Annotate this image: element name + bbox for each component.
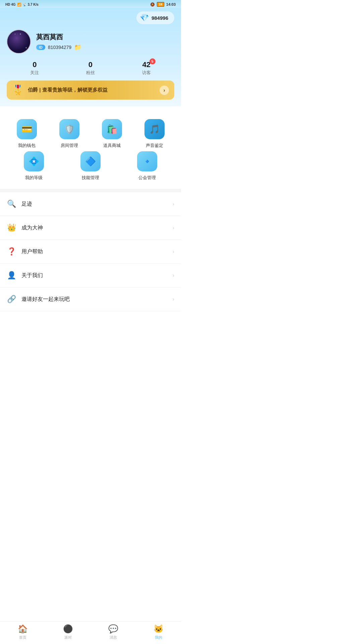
- service-guild[interactable]: 🔹 公会管理: [119, 151, 176, 181]
- fans-label: 粉丝: [86, 70, 95, 76]
- help-icon: ❓: [7, 247, 16, 256]
- guild-icon-box: 🔹: [137, 151, 157, 171]
- about-label: 关于我们: [21, 272, 167, 279]
- wifi-icon: 📡: [22, 3, 26, 6]
- menu-become-god[interactable]: 👑 成为大神 ›: [0, 216, 181, 240]
- about-arrow: ›: [173, 273, 174, 278]
- guild-icon: 🔹: [142, 156, 153, 167]
- noble-arrow-icon: ›: [160, 86, 169, 95]
- help-arrow: ›: [173, 249, 174, 254]
- footprint-arrow: ›: [173, 201, 174, 207]
- room-icon: 🛡️: [64, 124, 75, 135]
- wallet-icon: 💳: [21, 124, 32, 135]
- avatar[interactable]: [7, 30, 31, 54]
- header-area: 💎 984996 莫西莫西 ID 810394279 📁 0 关注: [0, 8, 181, 106]
- stat-following[interactable]: 0 关注: [30, 60, 39, 76]
- service-skill[interactable]: 🔷 技能管理: [62, 151, 119, 181]
- menu-help[interactable]: ❓ 用户帮助 ›: [0, 240, 181, 264]
- avatar-image: [7, 30, 30, 53]
- noble-banner[interactable]: 🎖️ 伯爵 | 查看贵族等级，解锁更多权益 ›: [7, 80, 174, 100]
- about-icon: 👤: [7, 271, 16, 280]
- invite-label: 邀请好友一起来玩吧: [21, 296, 167, 303]
- gem-amount: 984996: [152, 15, 168, 21]
- service-room[interactable]: 🛡️ 房间管理: [48, 119, 90, 149]
- shop-icon: 🛍️: [107, 124, 117, 135]
- voice-icon-box: 🎵: [144, 119, 165, 139]
- id-number: 810394279: [48, 45, 71, 50]
- become-god-icon: 👑: [7, 223, 16, 232]
- username: 莫西莫西: [36, 33, 174, 42]
- services-card: 💳 我的钱包 🛡️ 房间管理 🛍️ 道具商城 🎵 声音鉴定: [0, 111, 181, 189]
- footprint-icon: 🔍: [7, 200, 16, 208]
- profile-row: 莫西莫西 ID 810394279 📁: [7, 30, 174, 54]
- service-shop[interactable]: 🛍️ 道具商城: [90, 119, 133, 149]
- stat-fans[interactable]: 0 粉丝: [86, 60, 95, 76]
- menu-list: 🔍 足迹 › 👑 成为大神 › ❓ 用户帮助 › 👤 关于我们 › 🔗 邀请好友…: [0, 192, 181, 311]
- become-god-label: 成为大神: [21, 224, 167, 231]
- profile-info: 莫西莫西 ID 810394279 📁: [36, 33, 174, 51]
- skill-icon-box: 🔷: [80, 151, 101, 171]
- stat-visitors[interactable]: 42 5 访客: [142, 60, 151, 76]
- visitor-badge: 5: [149, 58, 156, 64]
- gem-balance-container: 💎 984996: [7, 11, 174, 24]
- level-icon: 💠: [28, 156, 39, 167]
- signal-icon: 📶: [17, 3, 21, 6]
- become-god-arrow: ›: [173, 225, 174, 230]
- noble-text: 伯爵 | 查看贵族等级，解锁更多权益: [28, 87, 156, 93]
- status-right: 🔕 18 14:03: [150, 2, 176, 7]
- following-label: 关注: [30, 70, 39, 76]
- visitors-label: 访客: [142, 70, 151, 76]
- invite-arrow: ›: [173, 297, 174, 302]
- battery-indicator: 18: [157, 2, 164, 7]
- menu-about[interactable]: 👤 关于我们 ›: [0, 264, 181, 287]
- guild-label: 公会管理: [138, 175, 156, 181]
- room-label: 房间管理: [61, 143, 78, 149]
- help-label: 用户帮助: [21, 248, 167, 255]
- speed-text: 3.7 K/s: [28, 3, 39, 6]
- menu-invite[interactable]: 🔗 邀请好友一起来玩吧 ›: [0, 287, 181, 311]
- fans-count: 0: [86, 60, 95, 69]
- noble-icon: 🎖️: [12, 85, 24, 96]
- wallet-icon-box: 💳: [17, 119, 37, 139]
- folder-icon[interactable]: 📁: [74, 44, 81, 51]
- id-row: ID 810394279 📁: [36, 44, 174, 51]
- service-grid-row1: 💳 我的钱包 🛡️ 房间管理 🛍️ 道具商城 🎵 声音鉴定: [5, 119, 176, 149]
- clock: 14:03: [166, 2, 176, 6]
- service-grid-row2: 💠 我的等级 🔷 技能管理 🔹 公会管理: [5, 151, 176, 181]
- wallet-label: 我的钱包: [18, 143, 36, 149]
- skill-icon: 🔷: [85, 156, 96, 167]
- gem-icon: 💎: [140, 13, 149, 22]
- stats-row: 0 关注 0 粉丝 42 5 访客: [7, 60, 174, 76]
- skill-label: 技能管理: [82, 175, 99, 181]
- status-bar: HD 4G 📶 📡 3.7 K/s 🔕 18 14:03: [0, 0, 181, 8]
- following-count: 0: [30, 60, 39, 69]
- shop-label: 道具商城: [103, 143, 121, 149]
- voice-label: 声音鉴定: [146, 143, 163, 149]
- level-icon-box: 💠: [24, 151, 44, 171]
- section-divider: [0, 189, 181, 192]
- id-badge: ID: [36, 45, 45, 50]
- network-icon: HD 4G: [5, 3, 16, 6]
- notification-icon: 🔕: [150, 2, 155, 7]
- invite-icon: 🔗: [7, 295, 16, 304]
- service-voice[interactable]: 🎵 声音鉴定: [133, 119, 176, 149]
- gem-pill[interactable]: 💎 984996: [136, 11, 174, 24]
- status-left: HD 4G 📶 📡 3.7 K/s: [5, 3, 39, 6]
- room-icon-box: 🛡️: [59, 119, 79, 139]
- service-level[interactable]: 💠 我的等级: [5, 151, 62, 181]
- shop-icon-box: 🛍️: [102, 119, 122, 139]
- menu-footprint[interactable]: 🔍 足迹 ›: [0, 192, 181, 216]
- voice-icon: 🎵: [149, 124, 160, 135]
- footprint-label: 足迹: [21, 201, 167, 208]
- service-wallet[interactable]: 💳 我的钱包: [5, 119, 48, 149]
- level-label: 我的等级: [25, 175, 43, 181]
